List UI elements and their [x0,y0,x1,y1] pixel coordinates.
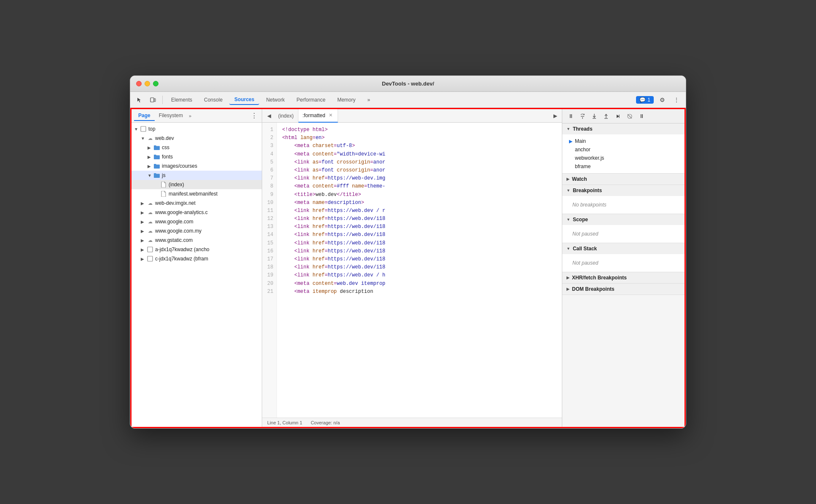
dom-label: DOM Breakpoints [572,286,615,292]
tree-item-top[interactable]: ▼ top [132,124,262,134]
editor-tab-index[interactable]: (index) [274,109,298,123]
breakpoints-content: No breakpoints [562,196,684,214]
tree-item-analytics[interactable]: ▶ ☁ www.google-analytics.c [132,208,262,217]
notification-badge[interactable]: 💬 1 [636,96,654,104]
step-out-button[interactable] [601,111,611,121]
step-into-button[interactable] [589,111,599,121]
right-panel: ⏸ ⏸ [562,109,684,427]
deactivate-button[interactable] [625,111,635,121]
tab-page[interactable]: Page [134,111,155,121]
tree-item-webdev[interactable]: ▼ ☁ web.dev [132,134,262,143]
thread-main[interactable]: ▶ Main [566,137,680,145]
thread-bframe[interactable]: bframe [566,162,680,171]
code-line-1: <!doctype html> [282,126,557,134]
code-line-12: <link href=https://web.dev/i18 [282,215,557,223]
tree-item-googlemy[interactable]: ▶ ☁ www.google.com.my [132,226,262,236]
dom-header[interactable]: ▶ DOM Breakpoints [562,284,684,295]
tab-network[interactable]: Network [261,95,290,105]
tree-arrow-google: ▶ [141,220,147,224]
tree-label-images: images/courses [162,163,197,169]
pause-button[interactable]: ⏸ [566,111,576,121]
cursor-icon[interactable] [134,94,145,106]
tree-item-bframe[interactable]: ▶ c-jdx1q7kwadwz (bfram [132,254,262,263]
more-options-icon[interactable]: ⋮ [671,94,682,106]
frame-icon-anchor [147,246,153,253]
breakpoints-arrow: ▼ [566,188,570,193]
threads-section: ▼ Threads ▶ Main anchor webworker.js [562,123,684,174]
tree-item-imgix[interactable]: ▶ ☁ web-dev.imgix.net [132,198,262,208]
tree-arrow-anchor: ▶ [141,247,147,252]
code-line-2: <html lang=en> [282,134,557,142]
tab-performance[interactable]: Performance [291,95,330,105]
code-line-7: <link href=https://web-dev.img [282,174,557,182]
watch-arrow: ▶ [566,177,569,181]
tab-sources[interactable]: Sources [229,95,259,105]
code-line-8: <meta content=#fff name=theme- [282,182,557,190]
callstack-header[interactable]: ▼ Call Stack [562,243,684,254]
minimize-button[interactable] [145,81,150,86]
editor-tab-label-index: (index) [278,113,294,119]
thread-webworker[interactable]: webworker.js [566,154,680,162]
tree-label-bframe: c-jdx1q7kwadwz (bfram [155,256,208,262]
maximize-button[interactable] [153,81,158,86]
tree-arrow-fonts: ▶ [148,155,153,159]
code-line-6: <link as=font crossorigin=anor [282,166,557,174]
breakpoints-label: Breakpoints [573,188,602,193]
code-line-10: <meta name=description> [282,199,557,207]
tree-item-index[interactable]: ▶ (index) [132,180,262,189]
svg-rect-4 [148,256,153,261]
tree-item-js[interactable]: ▼ js [132,171,262,180]
tab-console[interactable]: Console [199,95,228,105]
middle-panel: ◀ (index) :formatted ✕ ▶ 12345 678910 11… [262,109,562,427]
xhr-header[interactable]: ▶ XHR/fetch Breakpoints [562,272,684,283]
settings-icon[interactable]: ⚙ [656,94,668,106]
cloud-icon-google: ☁ [147,218,153,225]
callstack-label: Call Stack [573,246,597,252]
tree-label-index: (index) [169,182,184,188]
tree-item-google[interactable]: ▶ ☁ www.google.com [132,217,262,226]
tree-item-manifest[interactable]: ▶ manifest.webmanifest [132,189,262,198]
thread-label-anchor: anchor [575,147,591,153]
threads-label: Threads [573,126,593,132]
device-toggle-icon[interactable] [147,94,159,106]
tree-item-anchor[interactable]: ▶ a-jdx1q7kwadwz (ancho [132,245,262,254]
editor-next-button[interactable]: ▶ [550,111,560,121]
step-over-button[interactable] [577,111,588,121]
badge-count: 1 [647,97,650,103]
step-button[interactable] [613,111,623,121]
panel-menu-button[interactable]: ⋮ [249,112,259,120]
tree-item-gstatic[interactable]: ▶ ☁ www.gstatic.com [132,236,262,245]
code-line-16: <link href=https://web.dev/i18 [282,247,557,255]
traffic-lights [136,81,158,86]
threads-header[interactable]: ▼ Threads [562,123,684,134]
watch-header[interactable]: ▶ Watch [562,174,684,185]
code-line-15: <link href=https://web.dev/i18 [282,239,557,247]
code-content[interactable]: <!doctype html> <html lang=en> <meta cha… [277,123,562,418]
tree-label-js: js [162,172,166,178]
breakpoints-header[interactable]: ▼ Breakpoints [562,185,684,196]
editor-tab-formatted[interactable]: :formatted ✕ [298,109,338,123]
tree-item-fonts[interactable]: ▶ fonts [132,152,262,161]
svg-rect-3 [148,247,153,252]
xhr-section: ▶ XHR/fetch Breakpoints [562,272,684,284]
editor-prev-button[interactable]: ◀ [264,111,274,121]
tree-item-images[interactable]: ▶ images/courses [132,161,262,171]
tab-memory[interactable]: Memory [332,95,360,105]
thread-anchor[interactable]: anchor [566,145,680,154]
tab-filesystem[interactable]: Filesystem [155,111,187,121]
svg-rect-1 [154,99,156,102]
tab-close-button[interactable]: ✕ [328,112,333,118]
dont-pause-button[interactable]: ⏸ [636,111,647,121]
tree-arrow-imgix: ▶ [141,201,147,206]
tab-elements[interactable]: Elements [166,95,197,105]
folder-icon-fonts [153,153,160,160]
cloud-icon-analytics: ☁ [147,209,153,216]
panel-tab-more[interactable]: » [189,113,191,118]
tree-item-css[interactable]: ▶ css [132,143,262,152]
tree-arrow-top: ▼ [134,127,140,131]
close-button[interactable] [136,81,142,86]
tab-more[interactable]: » [362,95,375,105]
code-area: 12345 678910 1112131415 1617181920 21 <!… [262,123,562,418]
scope-header[interactable]: ▼ Scope [562,214,684,225]
tree-arrow-js: ▼ [148,173,153,178]
